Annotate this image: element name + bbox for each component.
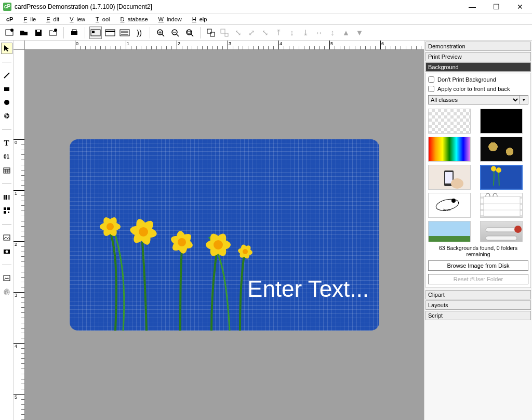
card-list-button[interactable] — [118, 27, 131, 39]
dist-v-button: ↕ — [326, 27, 339, 39]
fingerprint-tool[interactable] — [1, 286, 12, 297]
svg-rect-90 — [486, 236, 517, 240]
circle-tool[interactable] — [1, 97, 12, 108]
save-button[interactable] — [32, 27, 45, 39]
menu-view[interactable]: View — [63, 15, 88, 23]
menu-window[interactable]: Window — [152, 15, 185, 23]
qr-tool[interactable] — [1, 205, 12, 216]
menu-help[interactable]: Help — [186, 15, 210, 23]
svg-point-61 — [107, 223, 114, 230]
align-right-button: ⤡ — [259, 27, 271, 39]
zoom-out-button[interactable] — [169, 27, 181, 39]
zoom-in-button[interactable] — [154, 27, 167, 39]
svg-point-69 — [178, 238, 186, 246]
svg-rect-50 — [8, 212, 9, 213]
image-tool[interactable] — [1, 232, 12, 243]
main-toolbar: )) ⤡ ⤢ ⤡ ⤒ ↕ ⤓ ↔ ↕ ▲ ▼ — [0, 25, 532, 41]
bg-thumb-clocks[interactable] — [480, 137, 523, 162]
canvas-viewport[interactable]: Enter Text... — [25, 50, 424, 420]
bg-thumb-daffodils[interactable] — [480, 165, 523, 190]
svg-rect-47 — [4, 207, 6, 210]
close-button[interactable]: ✕ — [508, 0, 532, 13]
zoom-fit-button[interactable] — [183, 27, 196, 39]
svg-rect-10 — [105, 31, 115, 32]
burst-tool[interactable] — [1, 110, 12, 122]
maximize-button[interactable]: ☐ — [484, 0, 508, 13]
apply-color-checkbox[interactable]: Apply color to front and back — [428, 86, 528, 92]
svg-rect-37 — [4, 168, 10, 173]
bg-thumb-love[interactable]: love — [428, 193, 471, 218]
panel-demonstration[interactable]: Demonstration — [425, 42, 531, 51]
text-placeholder[interactable]: Enter Text... — [247, 276, 369, 302]
print-button[interactable] — [68, 27, 81, 39]
bg-thumb-transparent[interactable] — [428, 109, 471, 134]
card-stripe-button[interactable] — [104, 27, 116, 39]
line-tool[interactable] — [1, 70, 12, 81]
panel-script[interactable]: Script — [425, 311, 531, 320]
card-front-button[interactable] — [89, 27, 102, 39]
date-tool[interactable] — [1, 164, 12, 176]
menu-edit[interactable]: Edit — [40, 15, 62, 23]
bg-thumb-pipes[interactable] — [480, 221, 523, 242]
open-button[interactable] — [18, 27, 30, 39]
class-select[interactable]: All classes ▾ — [428, 95, 528, 104]
background-panel-body: Don't Print Background Apply color to fr… — [425, 73, 531, 288]
window-title: cardPresso Demonstration (1.7.100) [Docu… — [15, 3, 152, 10]
align-left-button: ⤡ — [232, 27, 244, 39]
svg-point-77 — [243, 249, 248, 254]
dont-print-checkbox[interactable]: Don't Print Background — [428, 76, 528, 83]
rfid-button[interactable]: )) — [133, 27, 145, 39]
text-tool[interactable]: T — [1, 137, 12, 149]
apply-color-label: Apply color to front and back — [437, 86, 510, 92]
minimize-button[interactable]: — — [460, 0, 484, 13]
barcode-tool[interactable] — [1, 191, 12, 203]
bg-thumb-black[interactable] — [480, 109, 523, 134]
svg-rect-25 — [207, 29, 211, 33]
svg-point-56 — [5, 290, 8, 294]
save-as-button[interactable] — [47, 27, 59, 39]
menu-file[interactable]: File — [17, 15, 39, 23]
menu-tool[interactable]: Tool — [89, 15, 113, 23]
reset-folder-button: Reset #User Folder — [428, 274, 528, 284]
svg-rect-51 — [4, 235, 10, 240]
svg-line-20 — [177, 34, 179, 36]
horizontal-ruler: 0123456 — [25, 41, 424, 50]
svg-rect-54 — [4, 275, 10, 281]
bg-thumb-phone[interactable] — [428, 165, 471, 190]
svg-point-80 — [451, 178, 463, 189]
menu-cp[interactable]: cP — [3, 15, 16, 23]
panel-print-preview[interactable]: Print Preview — [425, 52, 531, 61]
bg-thumb-landscape[interactable] — [428, 221, 471, 242]
chevron-down-icon[interactable]: ▾ — [520, 95, 528, 104]
svg-point-53 — [5, 251, 8, 253]
card-design[interactable]: Enter Text... — [70, 139, 379, 331]
align-center-button: ⤢ — [245, 27, 258, 39]
side-panel: Demonstration Print Preview Background D… — [424, 41, 532, 420]
svg-rect-27 — [221, 29, 225, 33]
ungroup-button — [218, 27, 231, 39]
svg-rect-30 — [4, 87, 9, 91]
panel-background[interactable]: Background — [425, 62, 531, 72]
background-thumbnails[interactable]: love — [428, 108, 528, 242]
svg-rect-26 — [210, 32, 215, 36]
svg-rect-24 — [188, 31, 191, 33]
new-doc-button[interactable] — [3, 27, 16, 39]
bg-thumb-calendar[interactable] — [480, 193, 523, 218]
svg-line-16 — [162, 34, 164, 36]
signature-tool[interactable] — [1, 272, 12, 284]
group-button[interactable] — [205, 27, 217, 39]
bg-thumb-rainbow[interactable] — [428, 137, 471, 162]
vertical-ruler: 012345 — [14, 50, 25, 420]
panel-clipart[interactable]: Clipart — [425, 290, 531, 299]
counter-tool[interactable]: 01 — [1, 151, 12, 162]
rectangle-tool[interactable] — [1, 83, 12, 95]
camera-tool[interactable] — [1, 245, 12, 257]
svg-point-31 — [4, 100, 9, 105]
svg-point-1 — [10, 29, 14, 32]
svg-point-81 — [490, 166, 496, 172]
panel-layouts[interactable]: Layouts — [425, 300, 531, 310]
menu-database[interactable]: Database — [114, 15, 151, 23]
select-tool[interactable] — [1, 43, 12, 54]
browse-image-button[interactable]: Browse Image from Disk — [428, 260, 528, 271]
svg-point-91 — [514, 226, 522, 233]
